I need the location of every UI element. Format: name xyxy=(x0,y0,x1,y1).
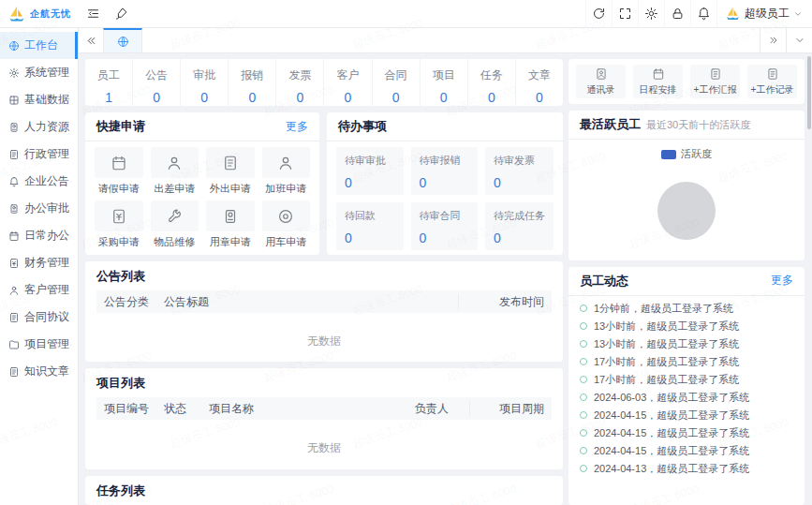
scrollbar-thumb[interactable] xyxy=(807,56,811,129)
quick-apply-more-link[interactable]: 更多 xyxy=(286,119,308,135)
sidebar-item-label: 系统管理 xyxy=(24,65,69,81)
quick-apply-title: 快捷申请 xyxy=(96,118,145,135)
activity-dot-icon xyxy=(580,447,587,454)
apply-overtime-button[interactable]: 加班申请 xyxy=(262,147,311,196)
todo-pending-approval[interactable]: 待审审批0 xyxy=(336,147,404,195)
apply-seal-button[interactable]: 用章申请 xyxy=(206,201,255,249)
sidebar-item-system[interactable]: 系统管理 xyxy=(0,59,78,86)
sidebar-item-daily[interactable]: 日常办公 xyxy=(0,222,78,249)
list-item: 2024-06-03，超级员工登录了系统 xyxy=(580,389,793,407)
apply-vehicle-button[interactable]: 用车申请 xyxy=(262,201,311,249)
tabs-scroll-right-button[interactable] xyxy=(760,28,786,52)
id-badge-icon xyxy=(8,122,20,133)
quick-actions-card: 通讯录 日程安排 +工作汇报 +工作记录 xyxy=(568,59,805,104)
notifications-button[interactable] xyxy=(690,0,716,28)
business-trip-icon xyxy=(166,155,183,171)
tabs-scroll-left-button[interactable] xyxy=(79,28,103,52)
apply-out-button[interactable]: 外出申请 xyxy=(206,147,255,196)
chart-legend[interactable]: 活跃度 xyxy=(568,140,805,161)
schedule-icon xyxy=(652,67,665,81)
money-doc-icon xyxy=(8,258,20,269)
activity-dot-icon xyxy=(580,340,587,348)
sidebar-item-announce[interactable]: 企业公告 xyxy=(0,168,78,195)
sidebar-item-finance[interactable]: 财务管理 xyxy=(0,249,78,276)
apply-purchase-button[interactable]: 采购申请 xyxy=(95,201,143,249)
repair-icon xyxy=(166,208,183,225)
list-item: 1分钟前，超级员工登录了系统 xyxy=(580,300,793,318)
tab-bar xyxy=(79,28,812,53)
list-item: 2024-04-15，超级员工登录了系统 xyxy=(580,442,793,460)
stat-contracts: 合同0 xyxy=(373,59,421,106)
sidebar-item-project[interactable]: 项目管理 xyxy=(0,331,78,358)
activity-dot-icon xyxy=(580,411,587,419)
todo-pending-invoice[interactable]: 待审发票0 xyxy=(485,147,554,195)
lock-button[interactable] xyxy=(664,0,690,28)
grid-icon xyxy=(8,95,20,106)
stat-reimburse: 报销0 xyxy=(229,59,276,106)
sidebar-item-approval[interactable]: 办公审批 xyxy=(0,195,78,222)
chevron-down-icon xyxy=(69,341,72,349)
work-report-button[interactable]: +工作汇报 xyxy=(690,65,740,98)
employee-activity-title: 员工动态 xyxy=(580,273,628,290)
employee-activity-more-link[interactable]: 更多 xyxy=(771,273,793,289)
sidebar-item-admin[interactable]: 行政管理 xyxy=(0,141,78,168)
user-menu[interactable]: 超级员工 xyxy=(716,0,812,27)
schedule-button[interactable]: 日程安排 xyxy=(633,65,683,98)
activity-dot-icon xyxy=(580,376,587,383)
top-header: 企航无忧 超级员工 xyxy=(0,0,812,28)
chevron-down-icon xyxy=(69,368,72,376)
apply-leave-button[interactable]: 请假申请 xyxy=(95,147,143,196)
sidebar-item-knowledge[interactable]: 知识文章 xyxy=(0,358,78,385)
chevrons-left-icon xyxy=(85,35,97,47)
theme-button[interactable] xyxy=(107,0,135,28)
vertical-scrollbar[interactable] xyxy=(807,54,811,505)
apply-trip-button[interactable]: 出差申请 xyxy=(151,147,199,196)
active-employees-subtitle: 最近30天前十的活跃度 xyxy=(646,119,750,130)
sidebar-item-workbench[interactable]: 工作台 xyxy=(0,32,78,59)
stat-announcements: 公告0 xyxy=(133,59,181,106)
todo-pending-task[interactable]: 待完成任务0 xyxy=(485,202,554,250)
collapse-sidebar-button[interactable] xyxy=(79,0,107,28)
active-employees-card: 最活跃员工最近30天前十的活跃度 活跃度 xyxy=(568,111,805,260)
contacts-button[interactable]: 通讯录 xyxy=(576,65,626,98)
main-content: 员工1 公告0 审批0 报销0 发票0 客户0 合同0 项目0 任务0 文章0 … xyxy=(79,53,812,505)
todo-pending-reimburse[interactable]: 待审报销0 xyxy=(411,147,479,195)
collapse-menu-icon xyxy=(86,7,100,21)
chevron-down-icon xyxy=(69,205,72,213)
project-table-header: 项目编号 状态 项目名称 负责人 项目周期 xyxy=(96,397,552,420)
work-record-button[interactable]: +工作记录 xyxy=(747,65,797,98)
settings-button[interactable] xyxy=(638,0,664,28)
empty-pie-chart xyxy=(657,182,716,240)
project-list-title: 项目列表 xyxy=(96,375,145,392)
todo-pending-contract[interactable]: 待审合同0 xyxy=(411,202,479,250)
chevron-down-icon xyxy=(69,69,72,77)
refresh-icon xyxy=(592,7,606,21)
announcement-list-title: 公告列表 xyxy=(96,268,145,285)
fullscreen-button[interactable] xyxy=(612,0,638,28)
activity-dot-icon xyxy=(580,322,587,330)
sidebar-item-hr[interactable]: 人力资源 xyxy=(0,113,78,141)
sidebar-item-customer[interactable]: 客户管理 xyxy=(0,276,78,304)
stat-invoices: 发票0 xyxy=(276,59,324,106)
sidebar-item-label: 基础数据 xyxy=(24,92,69,108)
tabs-menu-button[interactable] xyxy=(786,28,812,52)
tab-workbench[interactable] xyxy=(103,28,142,52)
sidebar-item-basedata[interactable]: 基础数据 xyxy=(0,86,78,113)
activity-dot-icon xyxy=(580,429,587,437)
gear-icon xyxy=(644,7,658,21)
work-report-icon xyxy=(709,67,722,81)
work-record-icon xyxy=(766,67,779,81)
refresh-button[interactable] xyxy=(585,0,612,28)
folder-icon xyxy=(8,339,20,350)
chevron-down-icon xyxy=(69,260,72,267)
todo-title: 待办事项 xyxy=(338,118,387,135)
app-title: 企航无忧 xyxy=(30,7,71,21)
activity-dot-icon xyxy=(580,358,587,365)
apply-repair-button[interactable]: 物品维修 xyxy=(151,201,199,249)
purchase-icon xyxy=(111,208,127,225)
stat-articles: 文章0 xyxy=(516,59,563,106)
todo-pending-payment[interactable]: 待回款0 xyxy=(336,202,404,250)
list-item: 13小时前，超级员工登录了系统 xyxy=(580,318,793,335)
sidebar-item-contract[interactable]: 合同协议 xyxy=(0,304,78,331)
workbench-icon xyxy=(8,40,20,52)
